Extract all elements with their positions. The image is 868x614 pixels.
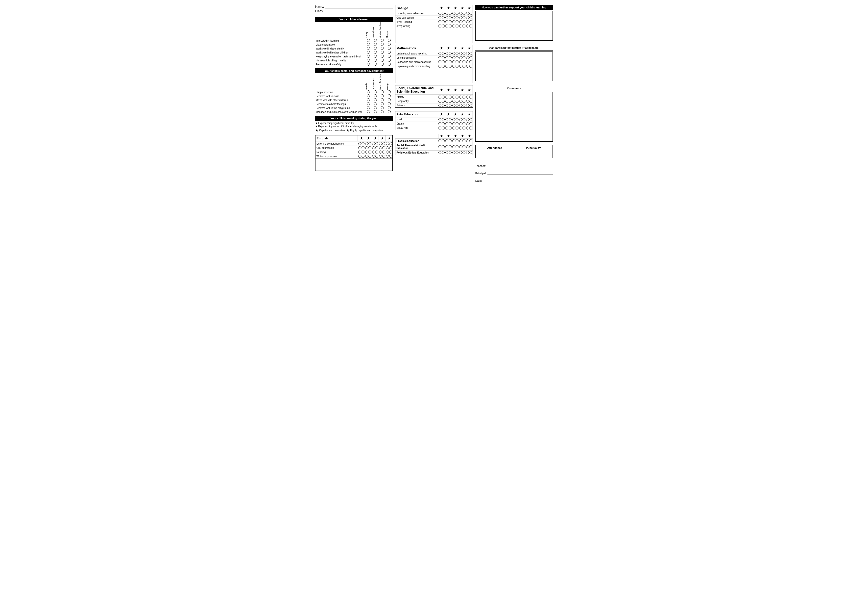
legend-text-2: Experiencing some difficulty (318, 125, 349, 128)
date-line: Date: (475, 179, 553, 182)
gaeilge-comments-box[interactable] (395, 28, 473, 43)
sese-star-1: ★ (438, 85, 445, 95)
circle-cell[interactable] (365, 54, 372, 58)
circle-cell[interactable] (386, 47, 393, 51)
row-circles (358, 154, 392, 158)
row-label: Music (395, 118, 438, 121)
sese-section: Social, Environmental andScientific Educ… (395, 85, 473, 108)
row-label: Listening comprehension (315, 142, 358, 146)
table-row: Explaining and communicating (395, 64, 472, 68)
table-row: Music (395, 117, 472, 121)
teacher-line: Teacher: (475, 164, 553, 167)
sese-rows: History Geography (395, 95, 473, 108)
gaeilge-star-3: ★ (452, 5, 459, 11)
attendance-cell[interactable]: Attendance (476, 145, 514, 158)
sese-star-3: ★ (452, 85, 459, 95)
learning-section: Your child's learning during the year ★ … (315, 116, 393, 133)
support-header: How you can further support your child's… (475, 5, 553, 10)
circle-cell[interactable] (365, 58, 372, 62)
row-label: Understanding and recalling (395, 52, 438, 56)
gaeilge-title: Gaeilge (397, 6, 408, 10)
circle-cell[interactable] (386, 58, 393, 62)
english-comments-box[interactable] (315, 159, 393, 171)
arts-star-4: ★ (459, 111, 466, 117)
circle-cell[interactable] (379, 62, 386, 66)
arts-title: Arts Education (397, 112, 419, 116)
circle-cell[interactable] (379, 54, 386, 58)
principal-line: Principal: (475, 171, 553, 175)
english-star-3: ★ (372, 135, 378, 141)
table-row: Geography (395, 99, 472, 103)
teacher-sig-line[interactable] (487, 164, 553, 167)
row-label: (Pre) Writing (395, 24, 438, 28)
table-row: Sensitive to others' feelings (315, 102, 393, 106)
circle-cell[interactable] (372, 51, 379, 54)
legend-item-2: ★ Experiencing some difficulty ★ Managin… (315, 125, 393, 128)
row-label: Written expression (315, 154, 358, 158)
punctuality-cell[interactable]: Punctuality (514, 145, 553, 158)
row-label: Behaves well in the playground (315, 106, 365, 110)
maths-rows: Understanding and recalling Using proced… (395, 51, 473, 68)
circle-cell[interactable] (372, 43, 379, 47)
sese-title: Social, Environmental andScientific Educ… (397, 86, 434, 93)
circle-cell[interactable] (365, 62, 372, 66)
maths-comments-box[interactable] (395, 68, 473, 83)
arts-rows: Music Drama (395, 117, 473, 130)
table-row: Works well independently (315, 47, 393, 51)
table-row: Oral expression (395, 16, 472, 20)
circle-cell[interactable] (365, 47, 372, 51)
mathematics-section: Mathematics ★ ★ ★ ★ ★ Understanding and … (395, 45, 473, 83)
row-label: Keeps trying even when tasks are difficu… (315, 54, 365, 58)
circle-cell[interactable] (386, 51, 393, 54)
class-line[interactable] (324, 9, 393, 13)
circle-cell[interactable] (365, 51, 372, 54)
circle-cell[interactable] (372, 58, 379, 62)
circle-cell[interactable] (379, 51, 386, 54)
test-results-area[interactable] (475, 51, 553, 81)
circle-cell[interactable] (372, 54, 379, 58)
attendance-label: Attendance (477, 146, 513, 149)
english-section: English ★ ★ ★ ★ ★ Listening comprehensio… (315, 135, 393, 171)
circle-cell[interactable] (372, 39, 379, 43)
english-star-5: ★ (386, 135, 392, 141)
class-label: Class: (315, 9, 323, 13)
learning-header: Your child's learning during the year (315, 116, 393, 121)
sphe-label: Social, Personal & Health Education (395, 143, 438, 150)
col-most: Most of the time (379, 22, 386, 39)
circle-cell[interactable] (386, 39, 393, 43)
arts-star-5: ★ (466, 111, 473, 117)
circle-cell[interactable] (379, 39, 386, 43)
circle-cell[interactable] (379, 47, 386, 51)
circle-cell[interactable] (372, 47, 379, 51)
row-label: Geography (395, 99, 438, 103)
circle-cell[interactable] (365, 43, 372, 47)
support-text-area[interactable] (475, 11, 553, 40)
circle-cell[interactable] (386, 43, 393, 47)
circle-cell[interactable] (386, 62, 393, 66)
comments-area[interactable] (475, 92, 553, 141)
circle-cell[interactable] (372, 62, 379, 66)
special-star-2: ★ (445, 134, 452, 138)
circle-cell[interactable] (365, 39, 372, 43)
legend-star-5: ★ (346, 128, 349, 132)
pe-row: Physical Education (395, 139, 472, 143)
table-row: Happy at school (315, 90, 393, 94)
pe-label: Physical Education (395, 139, 438, 143)
support-section: How you can further support your child's… (475, 5, 553, 42)
special-subjects-section: ★ ★ ★ ★ ★ Physical Education (395, 134, 473, 157)
circle-cell[interactable] (379, 58, 386, 62)
row-label: Works well independently (315, 47, 365, 51)
legend-item-1: ★ Experiencing significant difficulty (315, 122, 393, 124)
col-sometimes: Sometimes (372, 22, 379, 39)
table-row: Written expression (315, 154, 392, 158)
religious-row: Religious/Ethical Education (395, 150, 472, 155)
name-line[interactable] (325, 5, 393, 8)
gaeilge-star-5: ★ (466, 5, 473, 11)
maths-star-2: ★ (445, 45, 452, 51)
circle-cell[interactable] (386, 54, 393, 58)
principal-sig-line[interactable] (487, 171, 553, 175)
date-sig-line[interactable] (483, 179, 553, 182)
special-star-header: ★ ★ ★ ★ ★ (395, 134, 473, 138)
test-results-section: Standardised test results (if applicable… (475, 44, 553, 83)
circle-cell[interactable] (379, 43, 386, 47)
